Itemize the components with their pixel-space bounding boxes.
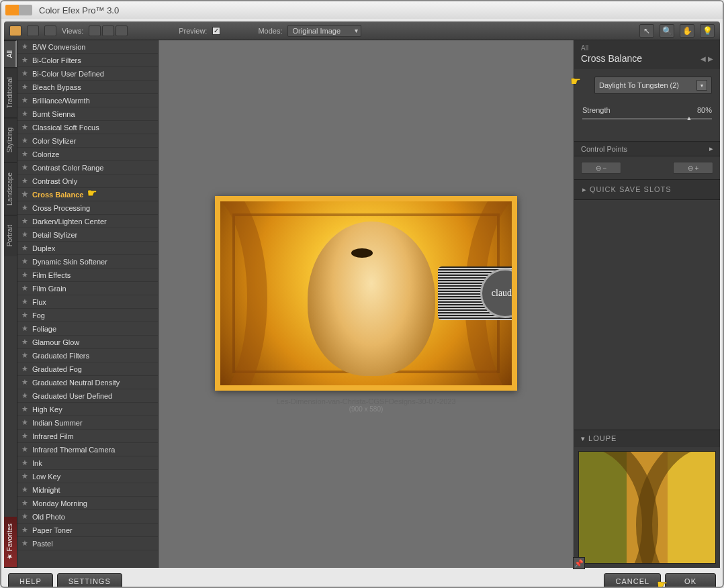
lightbulb-icon[interactable]: 💡 [700,24,715,38]
chevron-down-icon[interactable]: ▾ [696,80,707,91]
star-icon[interactable]: ★ [21,378,28,387]
filter-item[interactable]: ★Darken/Lighten Center [17,215,158,228]
filter-item[interactable]: ★Flux [17,295,158,309]
tab-traditional[interactable]: Traditional [4,67,17,117]
star-icon[interactable]: ★ [21,177,28,185]
star-icon[interactable]: ★ [21,136,28,145]
tab-all[interactable]: All [4,40,17,67]
method-dropdown[interactable]: Daylight To Tungsten (2) ▾ [594,77,712,94]
filter-item[interactable]: ★Contrast Color Range [17,161,158,175]
filter-item[interactable]: ★Classical Soft Focus [17,121,158,134]
star-icon[interactable]: ★ [21,257,28,266]
star-icon[interactable]: ★ [21,472,28,481]
filter-item[interactable]: ★Detail Stylizer [17,228,158,242]
slider-thumb-icon[interactable]: ▲ [686,115,692,121]
star-icon[interactable]: ★ [21,150,28,158]
filter-item[interactable]: ★Film Grain [17,282,158,295]
filter-item[interactable]: ★Bi-Color Filters [17,54,158,67]
star-icon[interactable]: ★ [21,217,28,226]
tab-portrait[interactable]: Portrait [4,215,17,256]
filter-item[interactable]: ★Film Effects [17,268,158,282]
filter-item[interactable]: ★Duplex [17,242,158,255]
star-icon[interactable]: ★ [21,405,28,413]
tab-landscape[interactable]: Landscape [4,162,17,215]
star-icon[interactable]: ★ [21,123,28,132]
view-split-icon[interactable] [102,26,114,36]
modes-select[interactable]: Original Image [287,25,361,37]
hand-tool-icon[interactable]: ✋ [680,24,694,38]
chevron-icon[interactable]: ◀ ▶ [700,55,713,62]
star-icon[interactable]: ★ [21,83,28,91]
filter-item[interactable]: ★Graduated Neutral Density [17,376,158,389]
star-icon[interactable]: ★ [21,458,28,467]
star-icon[interactable]: ★ [21,432,28,440]
star-icon[interactable]: ★ [21,338,28,346]
star-icon[interactable]: ★ [21,311,28,320]
star-icon[interactable]: ★ [21,190,28,199]
star-icon[interactable]: ★ [21,499,28,507]
filter-item[interactable]: ★B/W Conversion [17,40,158,54]
filter-item[interactable]: ★Midnight [17,483,158,497]
filter-list[interactable]: ★B/W Conversion★Bi-Color Filters★Bi-Colo… [17,40,159,568]
star-icon[interactable]: ★ [21,526,28,534]
zoom-tool-icon[interactable]: 🔍 [660,24,674,38]
star-icon[interactable]: ★ [21,512,28,521]
filter-item[interactable]: ★High Key [17,403,158,416]
add-plus-control-point-button[interactable]: ⊖ + [673,162,713,174]
tab-stylizing[interactable]: Stylizing [4,117,17,162]
filter-item[interactable]: ★Color Stylizer [17,134,158,148]
filter-item[interactable]: ★Bleach Bypass [17,81,158,94]
layout-icon[interactable] [9,26,21,36]
star-icon[interactable]: ★ [21,485,28,494]
star-icon[interactable]: ★ [21,69,28,78]
filter-item[interactable]: ★Paper Toner [17,524,158,537]
star-icon[interactable]: ★ [21,351,28,360]
filter-item[interactable]: ★Pastel [17,537,158,550]
filter-item[interactable]: ★Graduated Filters [17,349,158,362]
view-single-icon[interactable] [89,26,101,36]
loupe-header[interactable]: ▾ LOUPE [574,430,720,447]
settings-button[interactable]: SETTINGS [57,573,122,588]
arrow-tool-icon[interactable]: ↖ [639,24,654,38]
tab-favorites[interactable]: ★ Favorites [4,517,17,568]
loupe-pin-icon[interactable]: 📌 [573,557,585,569]
filter-item[interactable]: ★Low Key [17,470,158,483]
star-icon[interactable]: ★ [21,445,28,454]
filter-item[interactable]: ★Bi-Color User Defined [17,67,158,81]
preview-checkbox[interactable]: ✓ [212,27,220,35]
star-icon[interactable]: ★ [21,418,28,427]
star-icon[interactable]: ★ [21,163,28,172]
strength-slider[interactable]: ▲ [582,118,712,119]
star-icon[interactable]: ★ [21,244,28,252]
star-icon[interactable]: ★ [21,391,28,400]
filter-item[interactable]: ★Graduated Fog [17,362,158,376]
add-minus-control-point-button[interactable]: ⊖ − [581,162,621,174]
cancel-button[interactable]: CANCEL [604,573,661,588]
star-icon[interactable]: ★ [21,364,28,373]
filter-item[interactable]: ★Indian Summer [17,416,158,430]
view-side-icon[interactable] [116,26,128,36]
quick-save-header[interactable]: ▸ QUICK SAVE SLOTS [574,179,720,200]
star-icon[interactable]: ★ [21,271,28,279]
help-button[interactable]: HELP [8,573,53,588]
star-icon[interactable]: ★ [21,56,28,64]
filter-item[interactable]: ★Cross Processing [17,201,158,215]
star-icon[interactable]: ★ [21,539,28,548]
filter-item[interactable]: ★Infrared Thermal Camera [17,443,158,456]
filter-item[interactable]: ★Fog [17,309,158,322]
star-icon[interactable]: ★ [21,284,28,293]
filter-item[interactable]: ★Burnt Sienna [17,107,158,121]
star-icon[interactable]: ★ [21,297,28,306]
star-icon[interactable]: ★ [21,42,28,51]
star-icon[interactable]: ★ [21,109,28,118]
filter-item[interactable]: ★Glamour Glow [17,336,158,349]
filter-item[interactable]: ★Colorize [17,148,158,161]
filter-item[interactable]: ★Monday Morning [17,497,158,510]
filter-item[interactable]: ★Graduated User Defined [17,389,158,403]
filter-item[interactable]: ★Foliage [17,322,158,336]
star-icon[interactable]: ★ [21,203,28,212]
ok-button[interactable]: OK [665,573,716,588]
star-icon[interactable]: ★ [21,96,28,105]
filter-item[interactable]: ★Ink [17,456,158,470]
filter-item[interactable]: ★Infrared Film [17,430,158,443]
